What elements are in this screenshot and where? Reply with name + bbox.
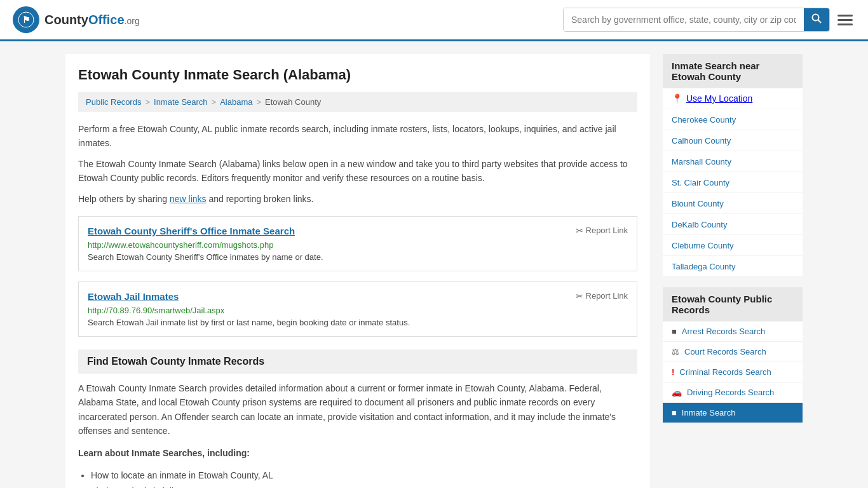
search-box xyxy=(563,8,830,32)
breadcrumb-sep-2: > xyxy=(212,97,217,107)
svg-text:⚑: ⚑ xyxy=(22,15,31,25)
list-item: Find out who is in jail xyxy=(91,484,637,488)
county-link-3[interactable]: St. Clair County xyxy=(672,178,729,187)
link-card-2-title[interactable]: Etowah Jail Inmates xyxy=(88,291,179,302)
content-area: Etowah County Inmate Search (Alabama) Pu… xyxy=(65,54,650,488)
svg-point-2 xyxy=(813,15,819,21)
find-section-header: Find Etowah County Inmate Records xyxy=(78,349,637,374)
pr-item-1: ⚖ Court Records Search xyxy=(663,342,803,362)
county-link-1[interactable]: Calhoun County xyxy=(672,136,731,146)
breadcrumb-sep-1: > xyxy=(145,97,150,107)
sidebar-county-7: Talladega County xyxy=(663,256,803,277)
inmate-search-active-item[interactable]: ■ Inmate Search xyxy=(663,403,803,423)
county-link-4[interactable]: Blount County xyxy=(672,199,724,208)
pr-item-0: ■ Arrest Records Search xyxy=(663,322,803,342)
public-records-header: Etowah County Public Records xyxy=(663,287,803,322)
breadcrumb-etowah: Etowah County xyxy=(265,97,321,107)
intro-para-1: Perform a free Etowah County, AL public … xyxy=(78,122,637,151)
criminal-records-link[interactable]: Criminal Records Search xyxy=(679,367,771,377)
intro-para-2: The Etowah County Inmate Search (Alabama… xyxy=(78,157,637,186)
public-records-section: Etowah County Public Records ■ Arrest Re… xyxy=(663,287,803,423)
scissors-icon-2: ✂ xyxy=(576,291,583,301)
search-input[interactable] xyxy=(564,8,804,31)
breadcrumb-alabama[interactable]: Alabama xyxy=(220,97,252,107)
search-area xyxy=(563,8,855,32)
sidebar-county-4: Blount County xyxy=(663,193,803,214)
pr-item-2: ! Criminal Records Search xyxy=(663,362,803,383)
logo-icon: ⚑ xyxy=(13,6,39,33)
breadcrumb: Public Records > Inmate Search > Alabama… xyxy=(78,92,637,112)
breadcrumb-inmate-search[interactable]: Inmate Search xyxy=(154,97,208,107)
site-header: ⚑ CountyOffice.org xyxy=(0,0,868,41)
county-link-5[interactable]: DeKalb County xyxy=(672,220,727,229)
county-link-2[interactable]: Marshall County xyxy=(672,157,731,166)
sidebar-county-6: Cleburne County xyxy=(663,235,803,256)
sidebar-county-5: DeKalb County xyxy=(663,214,803,235)
svg-line-3 xyxy=(818,20,822,24)
link-card-2-header: Etowah Jail Inmates ✂ Report Link xyxy=(88,291,628,302)
use-my-location-item[interactable]: 📍 Use My Location xyxy=(663,88,803,109)
inmate-search-link[interactable]: Inmate Search xyxy=(682,408,736,417)
logo-text: CountyOffice.org xyxy=(44,13,140,27)
driving-icon: 🚗 xyxy=(672,388,682,397)
location-icon: 📍 xyxy=(672,93,682,104)
learn-header: Learn about Inmate Searches, including: xyxy=(78,446,637,460)
link-card-1-desc: Search Etowah County Sheriff's Office in… xyxy=(88,252,628,262)
link-card-1-url[interactable]: http://www.etowahcountysheriff.com/mugsh… xyxy=(88,240,628,250)
inmate-active-icon: ■ xyxy=(672,408,677,417)
list-item: How to locate an inmate in Etowah County… xyxy=(91,468,637,484)
scissors-icon-1: ✂ xyxy=(576,226,583,236)
use-my-location-link[interactable]: Use My Location xyxy=(686,93,752,104)
sidebar-county-2: Marshall County xyxy=(663,151,803,172)
main-container: Etowah County Inmate Search (Alabama) Pu… xyxy=(53,41,815,488)
find-section-body: A Etowah County Inmate Search provides d… xyxy=(78,381,637,438)
report-link-button-2[interactable]: ✂ Report Link xyxy=(576,291,628,301)
search-button[interactable] xyxy=(804,8,829,31)
hamburger-button[interactable] xyxy=(835,12,855,28)
sidebar-county-0: Cherokee County xyxy=(663,109,803,130)
link-card-1-header: Etowah County Sheriff's Office Inmate Se… xyxy=(88,226,628,236)
county-link-6[interactable]: Cleburne County xyxy=(672,241,734,250)
link-card-2: Etowah Jail Inmates ✂ Report Link http:/… xyxy=(78,281,637,337)
bullet-list: How to locate an inmate in Etowah County… xyxy=(91,468,637,488)
breadcrumb-public-records[interactable]: Public Records xyxy=(86,97,141,107)
county-link-7[interactable]: Talladega County xyxy=(672,262,735,271)
county-link-0[interactable]: Cherokee County xyxy=(672,115,736,125)
link-card-1-title[interactable]: Etowah County Sheriff's Office Inmate Se… xyxy=(88,226,295,236)
report-link-button-1[interactable]: ✂ Report Link xyxy=(576,226,628,236)
nearby-header: Inmate Search near Etowah County xyxy=(663,54,803,88)
sidebar-county-1: Calhoun County xyxy=(663,130,803,151)
link-card-2-url[interactable]: http://70.89.76.90/smartweb/Jail.aspx xyxy=(88,306,628,315)
intro-para-3: Help others by sharing new links and rep… xyxy=(78,192,637,206)
sidebar-county-3: St. Clair County xyxy=(663,172,803,193)
arrest-icon: ■ xyxy=(672,327,677,336)
arrest-records-link[interactable]: Arrest Records Search xyxy=(682,327,766,336)
link-card-1: Etowah County Sheriff's Office Inmate Se… xyxy=(78,216,637,271)
page-title: Etowah County Inmate Search (Alabama) xyxy=(78,67,637,83)
court-records-link[interactable]: Court Records Search xyxy=(684,347,766,356)
breadcrumb-sep-3: > xyxy=(256,97,261,107)
logo-area: ⚑ CountyOffice.org xyxy=(13,6,140,33)
sidebar: Inmate Search near Etowah County 📍 Use M… xyxy=(663,54,803,488)
criminal-icon: ! xyxy=(672,367,674,377)
nearby-section: Inmate Search near Etowah County 📍 Use M… xyxy=(663,54,803,277)
pr-item-3: 🚗 Driving Records Search xyxy=(663,383,803,403)
driving-records-link[interactable]: Driving Records Search xyxy=(687,388,774,397)
court-icon: ⚖ xyxy=(672,347,679,356)
new-links-link[interactable]: new links xyxy=(170,194,207,204)
link-card-2-desc: Search Etowah Jail inmate list by first … xyxy=(88,318,628,327)
